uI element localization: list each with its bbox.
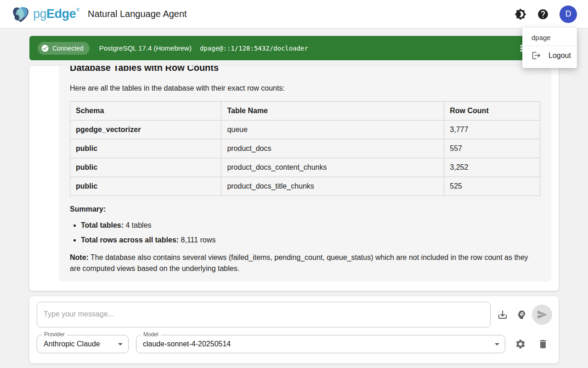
column-header-table-name: Table Name: [221, 102, 444, 121]
composer-panel: Provider Anthropic Claude Model claude-s…: [29, 296, 559, 363]
message-note: Note: The database also contains several…: [70, 252, 540, 274]
cell-schema: public: [70, 177, 221, 196]
cell-schema: pgedge_vectorizer: [70, 121, 221, 139]
chevron-down-icon: [115, 339, 126, 350]
results-table: Schema Table Name Row Count pgedge_vecto…: [70, 101, 540, 196]
cell-schema: public: [70, 139, 221, 158]
cell-table-name: product_docs_title_chunks: [221, 177, 444, 196]
column-header-schema: Schema: [70, 102, 221, 121]
connection-status-badge: Connected: [38, 42, 90, 55]
cell-row-count: 557: [444, 139, 540, 158]
cell-row-count: 3,777: [444, 121, 540, 139]
table-row: pgedge_vectorizer queue 3,777: [70, 121, 540, 139]
cell-row-count: 3,252: [444, 158, 540, 177]
send-button[interactable]: [532, 305, 552, 325]
app-header: pgEdge® Natural Language Agent D: [0, 0, 588, 29]
column-header-row-count: Row Count: [444, 102, 540, 121]
thinking-toggle-button[interactable]: [516, 309, 527, 322]
connection-string: dpage@::1/128:5432/docloader: [200, 45, 308, 52]
user-avatar[interactable]: D: [560, 6, 577, 23]
brightness-icon: [514, 8, 526, 20]
pgedge-logo: pgEdge®: [10, 5, 79, 23]
connection-status-bar: Connected PostgreSQL 17.4 (Homebrew) dpa…: [29, 36, 559, 60]
download-icon: [497, 309, 508, 320]
model-select[interactable]: Model claude-sonnet-4-20250514: [136, 335, 505, 353]
chat-messages-panel[interactable]: Database Tables with Row Counts Here are…: [29, 66, 559, 291]
psychology-icon: [516, 309, 527, 320]
table-header-row: Schema Table Name Row Count: [70, 102, 540, 121]
help-icon: [537, 8, 549, 20]
list-item: Total rows across all tables: 8,111 rows: [81, 236, 540, 245]
list-item: Total tables: 4 tables: [81, 221, 540, 230]
cell-schema: public: [70, 158, 221, 177]
model-select-value: claude-sonnet-4-20250514: [136, 335, 505, 353]
pgedge-logo-text: pgEdge®: [33, 8, 79, 20]
send-icon: [537, 309, 548, 320]
table-row: public product_docs_content_chunks 3,252: [70, 158, 540, 177]
help-button[interactable]: [537, 8, 549, 20]
theme-toggle-button[interactable]: [514, 8, 526, 20]
settings-button[interactable]: [515, 339, 526, 351]
clear-chat-button[interactable]: [537, 339, 548, 351]
table-row: public product_docs_title_chunks 525: [70, 177, 540, 196]
header-actions: D: [514, 6, 577, 23]
cell-table-name: product_docs: [221, 139, 444, 158]
trash-icon: [537, 339, 548, 350]
download-button[interactable]: [497, 309, 508, 322]
user-menu-username: dpage: [522, 30, 577, 46]
message-input[interactable]: [37, 302, 491, 328]
user-menu: dpage Logout: [522, 28, 577, 68]
cell-table-name: queue: [221, 121, 444, 139]
pgedge-logo-mark: [10, 5, 31, 23]
summary-list: Total tables: 4 tables Total rows across…: [70, 221, 540, 245]
gear-icon: [515, 339, 526, 350]
message-intro: Here are all the tables in the database …: [70, 83, 540, 93]
summary-label: Summary:: [70, 204, 540, 214]
logout-icon: [531, 51, 541, 60]
chevron-down-icon: [492, 339, 503, 350]
server-version-label: PostgreSQL 17.4 (Homebrew): [99, 44, 192, 52]
page-title: Natural Language Agent: [88, 9, 187, 19]
menu-item-logout[interactable]: Logout: [522, 46, 577, 65]
logout-label: Logout: [548, 52, 571, 60]
cell-table-name: product_docs_content_chunks: [221, 158, 444, 177]
table-row: public product_docs 557: [70, 139, 540, 158]
message-heading: Database Tables with Row Counts: [70, 66, 540, 73]
check-circle-icon: [41, 44, 49, 52]
provider-select-label: Provider: [42, 331, 67, 338]
provider-select[interactable]: Provider Anthropic Claude: [37, 335, 129, 353]
connection-status-label: Connected: [52, 45, 84, 52]
assistant-message: Database Tables with Row Counts Here are…: [59, 66, 551, 282]
cell-row-count: 525: [444, 177, 540, 196]
model-select-label: Model: [141, 331, 161, 338]
